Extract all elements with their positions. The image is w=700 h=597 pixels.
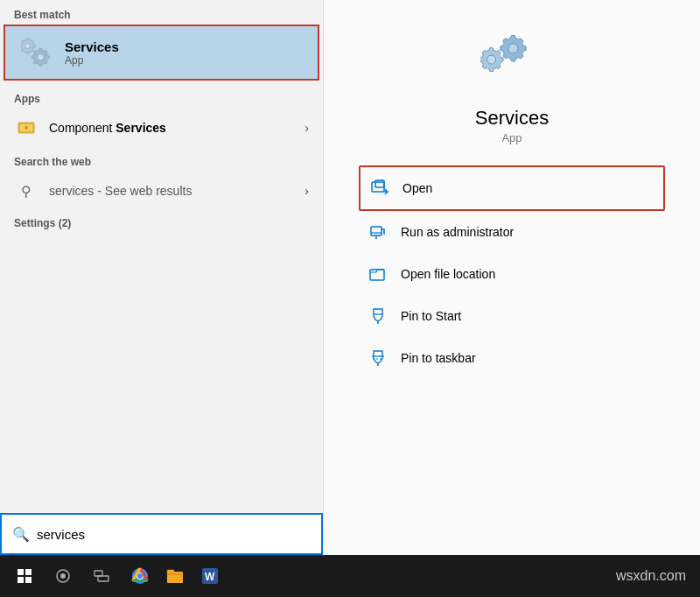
run-as-admin-icon <box>366 220 390 244</box>
start-button[interactable] <box>7 558 42 593</box>
settings-label: Settings (2) <box>0 210 323 233</box>
component-services-label: Component Services <box>49 121 304 135</box>
open-action[interactable]: Open <box>359 165 665 211</box>
apps-label: Apps <box>0 84 323 109</box>
search-input[interactable] <box>37 527 311 542</box>
svg-text:W: W <box>205 571 215 583</box>
svg-point-5 <box>508 44 518 53</box>
pin-to-start-label: Pin to Start <box>401 309 461 323</box>
web-search-text: services - See web results <box>49 184 304 198</box>
taskbar-right: wsxdn.com <box>331 568 693 584</box>
taskbar-left: W <box>7 558 331 593</box>
svg-point-4 <box>24 126 28 130</box>
svg-point-0 <box>38 54 44 60</box>
search-web-icon: ⚲ <box>14 179 38 203</box>
svg-rect-29 <box>167 570 174 573</box>
best-match-label: Best match <box>0 0 323 25</box>
web-search-label: Search the web <box>0 147 323 172</box>
right-app-subtitle: App <box>501 131 522 144</box>
svg-rect-17 <box>18 569 24 575</box>
svg-rect-8 <box>375 180 384 187</box>
right-app-title: Services <box>475 107 549 130</box>
pin-to-taskbar-action[interactable]: Pin to taskbar <box>359 337 665 379</box>
best-match-title: Services <box>65 39 119 54</box>
pin-to-taskbar-label: Pin to taskbar <box>401 351 476 365</box>
right-services-icon <box>477 26 547 96</box>
web-search-suffix: - See web results <box>94 184 192 198</box>
task-view-button[interactable] <box>84 558 119 593</box>
best-match-text: Services App <box>65 39 119 67</box>
search-bar[interactable]: 🔍 <box>0 513 323 555</box>
svg-point-1 <box>25 44 31 49</box>
file-explorer-icon[interactable] <box>158 558 192 593</box>
best-match-item[interactable]: Services App <box>4 25 319 81</box>
open-icon <box>368 176 392 200</box>
svg-rect-10 <box>371 227 382 235</box>
svg-point-22 <box>60 573 66 579</box>
svg-point-27 <box>137 573 143 579</box>
svg-rect-23 <box>94 571 102 576</box>
web-search-item[interactable]: ⚲ services - See web results › <box>0 172 323 210</box>
open-file-location-label: Open file location <box>401 267 495 281</box>
svg-point-6 <box>487 55 496 64</box>
right-panel: Services App Open <box>324 0 700 555</box>
component-services-icon <box>14 116 38 140</box>
search-results: Best match <box>0 0 323 513</box>
web-search-query: services <box>49 184 94 198</box>
open-file-location-action[interactable]: Open file location <box>359 253 665 295</box>
run-as-admin-action[interactable]: Run as administrator <box>359 211 665 253</box>
component-services-chevron: › <box>304 121 309 135</box>
open-file-location-icon <box>366 262 390 286</box>
run-as-admin-label: Run as administrator <box>401 225 514 239</box>
pin-to-start-action[interactable]: Pin to Start <box>359 295 665 337</box>
pin-to-start-icon <box>366 304 390 328</box>
svg-rect-20 <box>25 577 32 583</box>
chrome-icon[interactable] <box>122 558 158 593</box>
web-search-chevron: › <box>304 184 309 198</box>
services-icon <box>19 35 54 70</box>
svg-rect-19 <box>18 577 24 583</box>
action-list: Open Run as administrator <box>359 165 665 379</box>
pin-to-taskbar-icon <box>366 346 390 370</box>
svg-rect-18 <box>25 569 32 575</box>
open-label: Open <box>402 181 432 195</box>
tray-label: wsxdn.com <box>616 568 686 584</box>
apps-section: Apps Component Services › <box>0 84 323 147</box>
search-icon: 🔍 <box>12 526 30 543</box>
best-match-subtitle: App <box>65 54 119 67</box>
cortana-button[interactable] <box>46 558 80 593</box>
taskbar: W wsxdn.com <box>0 555 700 597</box>
svg-rect-24 <box>98 576 108 581</box>
left-panel: Best match <box>0 0 324 555</box>
word-icon[interactable]: W <box>192 558 228 593</box>
system-tray: wsxdn.com <box>616 568 686 584</box>
component-services-item[interactable]: Component Services › <box>0 109 323 147</box>
